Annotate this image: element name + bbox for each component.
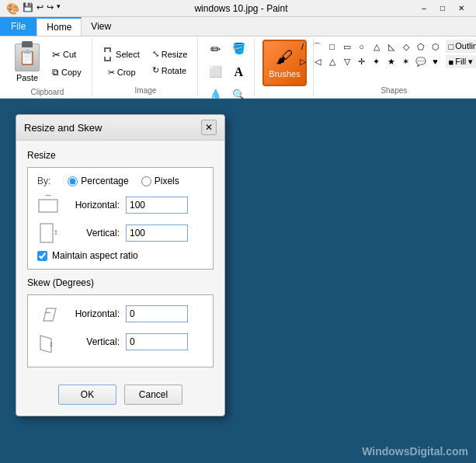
pixels-radio-label[interactable]: Pixels [141,176,179,186]
undo-icon[interactable]: ↩ [36,2,43,15]
shape-callout[interactable]: 💬 [414,54,428,68]
vert-input[interactable] [126,225,188,242]
cut-label: Cut [63,50,76,59]
cut-copy-col: ✂ Cut ⧉ Copy [48,47,85,80]
select-button[interactable]: Select [100,45,144,64]
shape-hexagon[interactable]: ⬡ [429,40,443,54]
dialog-close-button[interactable]: ✕ [201,120,217,135]
paste-button[interactable]: 📋 Paste [9,40,45,86]
percentage-radio[interactable] [68,176,78,186]
window-controls: – □ ✕ [415,2,470,16]
clipboard-content: 📋 Paste ✂ Cut ⧉ Copy [9,40,85,86]
skew-vert-input[interactable] [126,333,188,350]
tab-home[interactable]: Home [36,17,82,36]
ribbon: File Home View 📋 Paste ✂ Cut [0,17,476,99]
skew-horiz-input[interactable] [126,305,188,322]
window-title: windows 10.jpg - Paint [67,3,415,14]
shapes-group: / ⌒ □ ▭ ○ △ ◺ ◇ ⬠ ⬡ ▷ ◁ △ ▽ ✛ ✦ ★ [315,38,473,96]
fill-color-button[interactable]: ■ Fill ▾ [446,55,476,68]
shape-pentagon[interactable]: ⬠ [414,40,428,54]
svg-text:↕: ↕ [54,228,58,236]
pixels-radio[interactable] [141,176,151,186]
shape-triangle[interactable]: △ [370,40,384,54]
resize-label: Resize [27,150,214,161]
shape-line[interactable]: / [296,40,310,54]
copy-button[interactable]: ⧉ Copy [48,64,85,80]
dialog-body: Resize By: Percentage Pixels [16,141,224,377]
shape-rect[interactable]: □ [325,40,339,54]
text-icon: A [235,65,244,79]
tab-view[interactable]: View [82,17,120,36]
quick-save-icon[interactable]: 💾 [23,2,33,15]
cancel-button[interactable]: Cancel [124,385,182,405]
ribbon-tab-bar: File Home View [0,17,476,36]
select-label: Select [116,50,140,59]
shapes-grid: / ⌒ □ ▭ ○ △ ◺ ◇ ⬠ ⬡ ▷ ◁ △ ▽ ✛ ✦ ★ [296,40,443,68]
horiz-label: Horizontal: [65,200,120,211]
aspect-ratio-row: Maintain aspect ratio [37,250,203,261]
text-button[interactable]: A [228,63,249,85]
rotate-button[interactable]: ↻ Rotate [148,63,190,78]
skew-horiz-row: ↔ Horizontal: [37,303,203,325]
shape-roundrect[interactable]: ▭ [340,40,354,54]
skew-vert-icon-container: ↕ [37,331,59,353]
tools-group: ✏ 🪣 ⬜ A 💧 🔍 [200,38,255,96]
shape-arrow-r[interactable]: ▷ [296,54,310,68]
maximize-button[interactable]: □ [434,2,451,16]
eraser-icon: ⬜ [209,65,222,78]
shape-arrow-u[interactable]: △ [325,54,339,68]
paste-label: Paste [16,73,38,82]
skew-vert-label: Vertical: [65,336,120,347]
clipboard-label: Clipboard [30,88,64,96]
shape-arrow-l[interactable]: ◁ [311,54,325,68]
skew-section: Skew (Degrees) ↔ Horizontal: [27,277,214,367]
skew-horiz-icon-container: ↔ [37,303,59,325]
outline-button[interactable]: □ Outline ▾ [446,40,476,53]
resize-button[interactable]: ⤡ Resize [148,47,192,61]
pencil-icon: ✏ [210,42,221,57]
minimize-button[interactable]: – [415,2,433,16]
svg-text:↕: ↕ [50,340,54,348]
shape-ellipse[interactable]: ○ [355,40,369,54]
crop-button[interactable]: ✂ Crop [104,65,140,80]
shape-4arrow[interactable]: ✛ [355,54,369,68]
copy-label: Copy [61,68,82,77]
redo-icon[interactable]: ↪ [47,2,54,15]
close-button[interactable]: ✕ [453,2,470,16]
vert-resize-row: ↕ Vertical: [37,222,203,244]
watermark: WindowsDigital.com [362,445,468,458]
title-bar-icons: 🎨 💾 ↩ ↪ ▾ [6,2,61,15]
shape-star5[interactable]: ★ [384,54,398,68]
cut-button[interactable]: ✂ Cut [48,47,85,63]
tab-file[interactable]: File [0,17,36,36]
shape-star6[interactable]: ✶ [399,54,413,68]
eraser-button[interactable]: ⬜ [204,63,226,85]
copy-icon: ⧉ [52,67,59,78]
maintain-ratio-checkbox[interactable] [37,251,47,261]
shape-rtriangle[interactable]: ◺ [384,40,398,54]
percentage-radio-label[interactable]: Percentage [68,176,128,186]
horiz-resize-row: ↔ Horizontal: [37,194,203,216]
shape-curve[interactable]: ⌒ [311,40,325,54]
pixels-label: Pixels [155,176,179,186]
shape-heart[interactable]: ♥ [429,54,443,68]
horiz-input[interactable] [126,197,188,214]
svg-rect-2 [40,224,53,242]
maintain-ratio-label: Maintain aspect ratio [52,250,138,261]
horiz-resize-icon: ↔ [37,195,59,215]
dropdown-arrow-icon[interactable]: ▾ [57,2,61,15]
skew-horiz-label: Horizontal: [65,308,120,319]
fill-button[interactable]: 🪣 [228,40,249,61]
resize-skew-dialog: Resize and Skew ✕ Resize By: Percentage [16,114,225,416]
shape-star4[interactable]: ✦ [370,54,384,68]
pencil-button[interactable]: ✏ [204,40,226,61]
horiz-resize-icon-container: ↔ [37,194,59,216]
title-bar: 🎨 💾 ↩ ↪ ▾ windows 10.jpg - Paint – □ ✕ [0,0,476,17]
shape-arrow-d[interactable]: ▽ [340,54,354,68]
fill-icon: 🪣 [232,42,245,54]
svg-text:↔: ↔ [44,195,52,199]
canvas-area: Resize and Skew ✕ Resize By: Percentage [0,99,476,463]
shape-diamond[interactable]: ◇ [399,40,413,54]
ok-button[interactable]: OK [58,385,116,405]
skew-vert-icon: ↕ [37,331,59,353]
